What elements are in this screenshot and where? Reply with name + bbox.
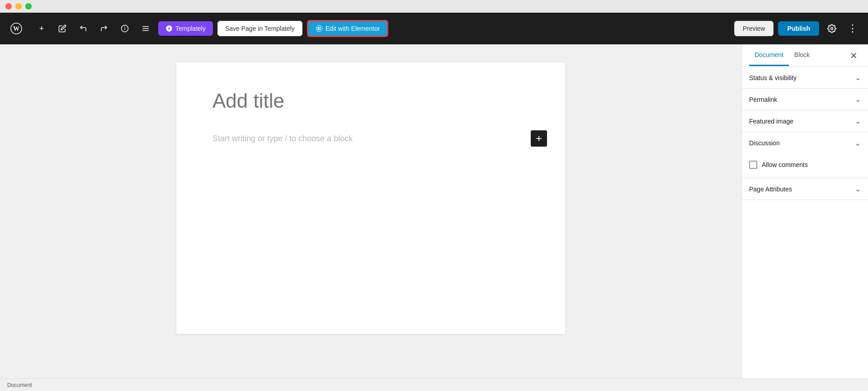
editor-main: Start writing or type / to choose a bloc…: [0, 44, 741, 378]
edit-with-elementor-button[interactable]: Edit with Elementor: [307, 20, 389, 37]
panel-page-attributes: Page Attributes ⌄: [742, 178, 868, 200]
chevron-up-icon: ⌃: [855, 138, 861, 147]
panel-featured-image: Featured image ⌄: [742, 110, 868, 132]
tab-document[interactable]: Document: [749, 45, 789, 66]
allow-comments-checkbox[interactable]: [749, 161, 757, 169]
svg-text:W: W: [13, 25, 19, 32]
svg-point-8: [316, 25, 322, 31]
sidebar-close-button[interactable]: ✕: [846, 48, 861, 63]
preview-button[interactable]: Preview: [734, 21, 774, 36]
close-button[interactable]: [5, 3, 12, 10]
minimize-button[interactable]: [15, 3, 22, 10]
panel-discussion-title: Discussion: [749, 139, 780, 147]
more-options-button[interactable]: ⋮: [844, 20, 861, 37]
svg-rect-10: [319, 27, 321, 29]
settings-button[interactable]: [824, 20, 840, 37]
panel-featured-image-header[interactable]: Featured image ⌄: [742, 110, 868, 132]
panel-status-visibility-header[interactable]: Status & visibility ⌄: [742, 67, 868, 88]
panel-discussion-header[interactable]: Discussion ⌃: [742, 132, 868, 153]
allow-comments-label: Allow comments: [762, 161, 808, 168]
publish-button[interactable]: Publish: [778, 21, 819, 36]
statusbar: Document: [0, 378, 868, 391]
panel-discussion: Discussion ⌃ Allow comments: [742, 132, 868, 178]
panel-featured-image-title: Featured image: [749, 118, 793, 125]
wp-logo: W: [7, 19, 25, 38]
info-button[interactable]: [117, 20, 133, 37]
editor-canvas: Start writing or type / to choose a bloc…: [176, 62, 565, 334]
svg-rect-9: [317, 27, 319, 30]
sidebar: Document Block ✕ Status & visibility ⌄: [741, 44, 868, 378]
edit-tool-button[interactable]: [54, 20, 71, 37]
sidebar-header: Document Block ✕: [742, 44, 868, 67]
save-page-templately-button[interactable]: Save Page in Templately: [217, 21, 302, 36]
maximize-button[interactable]: [25, 3, 32, 10]
chevron-down-icon: ⌄: [855, 73, 861, 82]
titlebar: [0, 0, 868, 13]
chevron-down-icon: ⌄: [855, 95, 861, 104]
undo-button[interactable]: [75, 20, 91, 37]
panel-status-visibility: Status & visibility ⌄: [742, 67, 868, 89]
panel-page-attributes-header[interactable]: Page Attributes ⌄: [742, 178, 868, 200]
add-block-toolbar-button[interactable]: +: [33, 20, 50, 37]
app: W +: [0, 13, 868, 391]
panel-permalink: Permalink ⌄: [742, 89, 868, 110]
panel-discussion-body: Allow comments: [742, 153, 868, 178]
post-title-input[interactable]: [212, 90, 529, 112]
editor-body-hint: Start writing or type / to choose a bloc…: [212, 134, 353, 143]
chevron-down-icon: ⌄: [855, 117, 861, 125]
allow-comments-row: Allow comments: [749, 159, 861, 171]
panel-status-visibility-title: Status & visibility: [749, 74, 797, 81]
panel-permalink-title: Permalink: [749, 96, 777, 103]
add-block-inline-button[interactable]: +: [531, 130, 547, 147]
templately-button[interactable]: Templately: [158, 21, 213, 36]
redo-button[interactable]: [96, 20, 112, 37]
statusbar-document-label: Document: [7, 382, 32, 388]
svg-point-12: [831, 28, 833, 30]
content-area: Start writing or type / to choose a bloc…: [0, 44, 868, 378]
menu-button[interactable]: [137, 20, 154, 37]
tab-block[interactable]: Block: [789, 45, 815, 66]
panel-permalink-header[interactable]: Permalink ⌄: [742, 89, 868, 110]
chevron-down-icon: ⌄: [855, 185, 861, 193]
toolbar: W +: [0, 13, 868, 44]
panel-page-attributes-title: Page Attributes: [749, 186, 792, 193]
svg-rect-11: [319, 29, 321, 30]
